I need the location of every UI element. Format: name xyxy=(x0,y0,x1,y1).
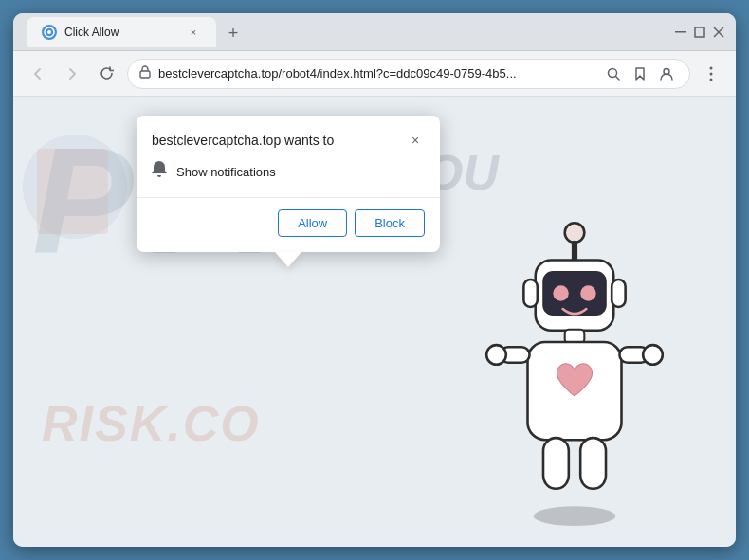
svg-point-12 xyxy=(710,72,713,75)
svg-point-14 xyxy=(534,506,616,526)
page-content: PTT OU RISK.CO bestclevercaptcha.top wan… xyxy=(13,97,736,547)
tab-title: Click Allow xyxy=(64,26,178,39)
profile-icon[interactable] xyxy=(655,63,678,85)
svg-rect-22 xyxy=(612,280,625,307)
new-tab-button[interactable]: + xyxy=(220,21,247,47)
svg-rect-3 xyxy=(695,27,704,37)
close-button[interactable] xyxy=(711,25,726,40)
robot-illustration xyxy=(470,215,679,528)
svg-rect-2 xyxy=(675,31,686,33)
back-button[interactable] xyxy=(25,61,51,87)
address-bar-row: bestclevercaptcha.top/robot4/index.html?… xyxy=(13,51,736,97)
svg-rect-30 xyxy=(580,438,606,489)
url-text: bestclevercaptcha.top/robot4/index.html?… xyxy=(158,66,594,81)
svg-point-20 xyxy=(580,285,596,301)
watermark-risk: RISK.CO xyxy=(42,395,261,452)
svg-point-26 xyxy=(486,345,506,365)
tab-favicon xyxy=(42,25,57,40)
lock-icon xyxy=(139,65,151,81)
svg-point-1 xyxy=(47,30,51,34)
tabs-area: Click Allow × + xyxy=(23,17,666,47)
svg-point-19 xyxy=(553,285,569,301)
window-controls xyxy=(673,25,726,40)
menu-button[interactable] xyxy=(698,61,724,87)
popup-notification-text: Show notifications xyxy=(176,165,276,179)
forward-button[interactable] xyxy=(59,61,85,87)
svg-point-13 xyxy=(710,78,713,81)
svg-point-28 xyxy=(643,345,663,365)
popup-buttons: Allow Block xyxy=(137,209,440,252)
svg-rect-21 xyxy=(523,280,537,307)
minimize-button[interactable] xyxy=(673,25,688,40)
popup-title: bestclevercaptcha.top wants to xyxy=(152,133,334,148)
maximize-button[interactable] xyxy=(692,25,707,40)
popup-notification-row: Show notifications xyxy=(137,157,440,197)
search-icon[interactable] xyxy=(602,63,625,85)
address-right-icons xyxy=(602,63,678,85)
svg-point-15 xyxy=(565,223,585,243)
popup-divider xyxy=(137,197,440,198)
block-button[interactable]: Block xyxy=(355,209,425,237)
bell-icon xyxy=(152,161,167,182)
svg-rect-29 xyxy=(543,438,569,489)
popup-tail xyxy=(275,252,301,267)
popup-close-button[interactable]: × xyxy=(406,131,425,150)
title-bar: Click Allow × + xyxy=(13,13,736,51)
bookmark-icon[interactable] xyxy=(629,63,651,85)
svg-line-8 xyxy=(616,76,620,80)
notification-popup: bestclevercaptcha.top wants to × Show no… xyxy=(137,116,440,252)
svg-marker-9 xyxy=(636,68,644,80)
browser-window: Click Allow × + xyxy=(13,13,736,547)
address-field[interactable]: bestclevercaptcha.top/robot4/index.html?… xyxy=(127,59,690,89)
popup-header: bestclevercaptcha.top wants to × xyxy=(137,116,440,157)
svg-rect-18 xyxy=(543,272,606,315)
active-tab[interactable]: Click Allow × xyxy=(27,17,216,47)
tab-close-button[interactable]: × xyxy=(186,25,201,40)
svg-rect-16 xyxy=(572,241,577,262)
reload-button[interactable] xyxy=(93,61,119,87)
allow-button[interactable]: Allow xyxy=(278,209,347,237)
svg-rect-6 xyxy=(140,71,150,78)
svg-point-11 xyxy=(710,66,713,69)
